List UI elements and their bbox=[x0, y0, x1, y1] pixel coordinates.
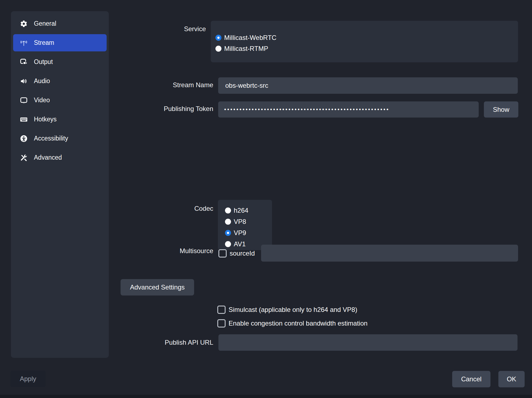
monitor-icon bbox=[20, 96, 28, 104]
sidebar-item-label: Video bbox=[34, 96, 50, 104]
broadcast-icon bbox=[20, 39, 28, 47]
apply-button[interactable]: Apply bbox=[10, 371, 46, 387]
settings-dialog: General Stream Output Audio Video bbox=[0, 0, 532, 398]
multisource-label: Multisource bbox=[0, 247, 213, 255]
keyboard-icon bbox=[20, 115, 28, 124]
codec-panel: h264 VP8 VP9 AV1 bbox=[218, 200, 272, 250]
codec-radio-av1[interactable]: AV1 bbox=[225, 238, 246, 250]
publish-api-url-label: Publish API URL bbox=[0, 339, 213, 346]
ok-button[interactable]: OK bbox=[498, 371, 525, 387]
radio-label: AV1 bbox=[234, 240, 246, 248]
service-radio-millicast-webrtc[interactable]: Millicast-WebRTC bbox=[215, 32, 276, 43]
radio-label: Millicast-WebRTC bbox=[224, 34, 276, 42]
codec-radio-vp9[interactable]: VP9 bbox=[225, 227, 246, 238]
settings-sidebar: General Stream Output Audio Video bbox=[11, 11, 109, 358]
tools-icon bbox=[20, 154, 28, 162]
publish-api-url-input[interactable] bbox=[218, 334, 518, 351]
accessibility-icon bbox=[20, 134, 28, 143]
sourceid-checkbox[interactable] bbox=[218, 249, 227, 257]
radio-selected-icon bbox=[215, 35, 221, 41]
sourceid-checkbox-label: sourceId bbox=[230, 249, 255, 257]
radio-unselected-icon bbox=[215, 46, 221, 52]
sidebar-item-advanced[interactable]: Advanced bbox=[13, 149, 107, 166]
radio-label: VP8 bbox=[234, 218, 246, 226]
window-bottom-edge bbox=[0, 395, 532, 398]
radio-label: h264 bbox=[234, 207, 248, 214]
advanced-settings-button[interactable]: Advanced Settings bbox=[121, 279, 194, 295]
codec-label: Codec bbox=[0, 205, 213, 212]
simulcast-label: Simulcast (applicable only to h264 and V… bbox=[229, 306, 357, 314]
radio-label: Millicast-RTMP bbox=[224, 45, 268, 52]
cancel-button[interactable]: Cancel bbox=[452, 371, 490, 387]
screen-camera-icon bbox=[20, 58, 28, 66]
codec-radio-h264[interactable]: h264 bbox=[225, 205, 248, 216]
service-radio-millicast-rtmp[interactable]: Millicast-RTMP bbox=[215, 43, 268, 54]
radio-label: VP9 bbox=[234, 229, 246, 237]
sidebar-item-output[interactable]: Output bbox=[13, 53, 107, 71]
service-label: Service bbox=[0, 25, 206, 33]
publishing-token-label: Publishing Token bbox=[0, 105, 213, 113]
codec-radio-vp8[interactable]: VP8 bbox=[225, 216, 246, 227]
publishing-token-input[interactable] bbox=[218, 101, 479, 118]
congestion-control-checkbox[interactable] bbox=[217, 319, 226, 327]
radio-selected-icon bbox=[225, 230, 231, 236]
sidebar-item-label: Accessibility bbox=[34, 135, 68, 142]
sidebar-item-stream[interactable]: Stream bbox=[13, 34, 107, 51]
service-panel: Millicast-WebRTC Millicast-RTMP bbox=[211, 21, 518, 62]
sidebar-item-label: Output bbox=[34, 58, 53, 66]
sidebar-item-hotkeys[interactable]: Hotkeys bbox=[13, 111, 107, 128]
sidebar-item-label: Hotkeys bbox=[34, 116, 57, 123]
simulcast-checkbox[interactable] bbox=[217, 306, 226, 314]
show-token-button[interactable]: Show bbox=[484, 101, 518, 118]
radio-unselected-icon bbox=[225, 207, 231, 213]
sidebar-item-accessibility[interactable]: Accessibility bbox=[13, 130, 107, 147]
sidebar-item-label: Advanced bbox=[34, 154, 62, 161]
radio-unselected-icon bbox=[225, 241, 231, 247]
stream-name-input[interactable] bbox=[218, 77, 518, 94]
congestion-control-label: Enable congestion control bandwidth esti… bbox=[229, 319, 367, 327]
stream-name-label: Stream Name bbox=[0, 81, 213, 89]
sourceid-input[interactable] bbox=[261, 245, 518, 262]
sidebar-item-label: Stream bbox=[34, 39, 54, 46]
radio-unselected-icon bbox=[225, 219, 231, 225]
